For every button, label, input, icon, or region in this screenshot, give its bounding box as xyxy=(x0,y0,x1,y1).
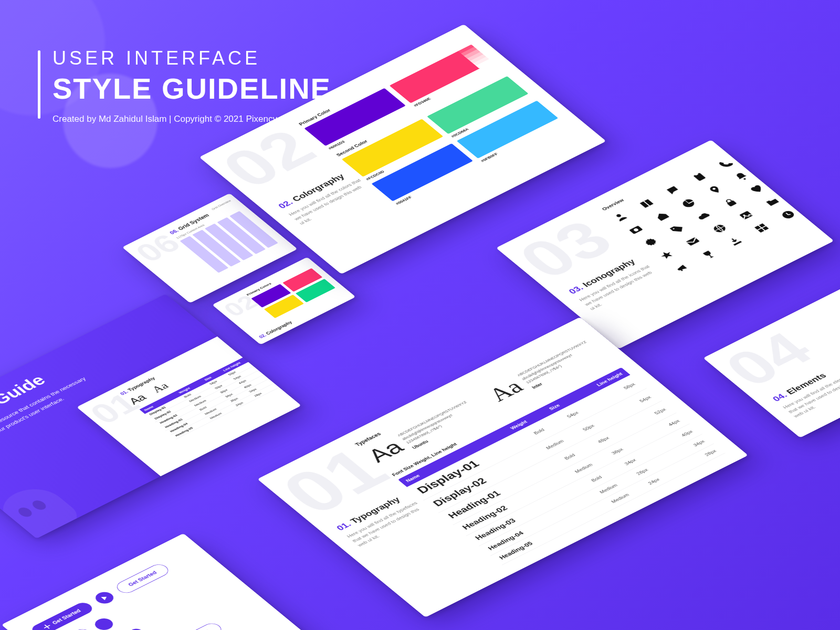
clock-icon xyxy=(779,208,797,220)
section-title: 04. Elements xyxy=(771,360,840,403)
hero-inset-typography: 01 01. Typography Aa Aa NameWeightSizeLi… xyxy=(77,328,301,484)
size-small-button[interactable]: Small xyxy=(111,627,145,630)
get-started-button[interactable]: Get Started xyxy=(113,562,172,595)
typeface-sample-icon: Aa xyxy=(149,381,172,395)
add-button[interactable] xyxy=(91,616,117,630)
typeface-sample-icon: Aa xyxy=(363,437,407,465)
play-icon xyxy=(101,595,108,601)
typography-table: Name Weight Size Line height Display-01B… xyxy=(398,368,726,565)
state-label: Hover / Touched xyxy=(113,621,271,630)
star-icon xyxy=(657,249,676,261)
svg-point-8 xyxy=(673,228,675,229)
svg-rect-3 xyxy=(629,226,643,234)
play-button[interactable] xyxy=(92,590,117,606)
section-number: 01 xyxy=(83,388,146,428)
camera-icon xyxy=(626,224,645,236)
phone-icon xyxy=(717,158,736,170)
svg-point-4 xyxy=(633,228,639,232)
user-icon xyxy=(611,211,629,223)
plus-icon xyxy=(42,623,52,630)
section-title: 02. Colorgraphy xyxy=(276,169,354,210)
pin-icon xyxy=(706,184,724,196)
book-icon xyxy=(637,197,656,209)
typeface-sample-icon: Aa xyxy=(484,377,528,404)
add-button[interactable] xyxy=(70,627,95,630)
svg-rect-1 xyxy=(694,173,706,181)
svg-rect-17 xyxy=(758,228,764,233)
svg-rect-15 xyxy=(754,226,761,230)
svg-point-11 xyxy=(712,223,728,234)
grid-columns-illustration xyxy=(180,211,278,273)
section-title: 01. Typography xyxy=(334,491,412,532)
gear-icon xyxy=(642,236,660,248)
table-row: Display-01Bold54px58px xyxy=(407,375,647,500)
lock-icon xyxy=(721,196,740,208)
svg-rect-9 xyxy=(727,201,737,207)
mini-color-card: 02 Primary Colors 02. Colorgraphy xyxy=(212,257,356,345)
svg-rect-12 xyxy=(739,211,753,219)
svg-point-6 xyxy=(743,178,746,180)
megaphone-icon xyxy=(673,261,691,274)
home-icon xyxy=(653,210,671,222)
elements-card: 04 04. Elements Here you will find all t… xyxy=(703,271,840,438)
globe-icon xyxy=(710,223,729,235)
bell-icon xyxy=(732,170,751,182)
color-swatch: #FCDC0D xyxy=(342,119,444,177)
get-started-button[interactable]: Get Started xyxy=(29,601,96,630)
svg-point-5 xyxy=(712,187,716,190)
svg-rect-16 xyxy=(759,223,765,227)
decorative-ribbon xyxy=(0,375,86,465)
table-row: Heading-02Medium38px44px xyxy=(453,413,690,536)
svg-point-7 xyxy=(649,241,654,244)
section-title: 06. Grid System xyxy=(169,202,233,235)
iconography-card: 03 03. Iconography Here you will find al… xyxy=(496,140,834,349)
svg-rect-2 xyxy=(695,173,699,176)
icon-grid xyxy=(611,160,793,274)
get-started-button[interactable]: Get Started xyxy=(157,621,225,630)
tag-icon xyxy=(668,223,687,235)
page-header: USER INTERFACE STYLE GUIDELINE Created b… xyxy=(52,47,331,124)
pie-icon xyxy=(679,197,698,209)
trophy-icon xyxy=(699,248,718,260)
table-row: Heading-03Bold34px40px xyxy=(466,424,702,546)
svg-point-19 xyxy=(780,209,796,220)
svg-rect-18 xyxy=(762,226,769,230)
header-title: STYLE GUIDELINE xyxy=(52,71,331,106)
grid-icon xyxy=(752,222,771,234)
message-icon xyxy=(684,236,702,248)
folder-icon xyxy=(763,196,782,208)
state-label: Disabled xyxy=(86,598,244,630)
color-swatch: #0CD68A xyxy=(427,76,529,134)
ghost-illustration xyxy=(0,481,85,538)
grid-system-card: 06 Grid Overview 06. Grid System 1170px … xyxy=(122,193,298,303)
color-swatch: #FD346E xyxy=(390,45,491,103)
color-swatch: #0FB0FF xyxy=(457,101,559,159)
section-title: 03. Iconography xyxy=(566,254,644,296)
clipboard-icon xyxy=(690,171,709,183)
image-icon xyxy=(737,209,755,221)
buttons-card: Get Started Get Started Medium Small Dis… xyxy=(2,533,313,630)
download-icon xyxy=(726,235,744,247)
table-row: Heading-05Medium24px28px xyxy=(490,444,725,565)
table-row: Display-02Medium50px54px xyxy=(423,388,662,513)
svg-point-13 xyxy=(742,214,746,216)
typography-card: 01 01. Typography Here you will find all… xyxy=(257,317,748,617)
table-row: Heading-04Medium28px34px xyxy=(479,434,714,555)
color-swatch: #0041FF xyxy=(371,143,473,201)
header-kicker: USER INTERFACE xyxy=(52,47,331,69)
cloud-icon xyxy=(695,209,713,222)
typeface-sample-icon: Aa xyxy=(126,392,149,406)
svg-rect-10 xyxy=(686,237,699,246)
heart-icon xyxy=(748,183,766,195)
table-row: Heading-01Bold48px52px xyxy=(438,401,676,524)
header-byline: Created by Md Zahidul Islam | Copyright … xyxy=(52,114,331,124)
svg-rect-14 xyxy=(733,241,742,246)
svg-point-0 xyxy=(615,214,622,218)
chat-icon xyxy=(664,184,682,196)
